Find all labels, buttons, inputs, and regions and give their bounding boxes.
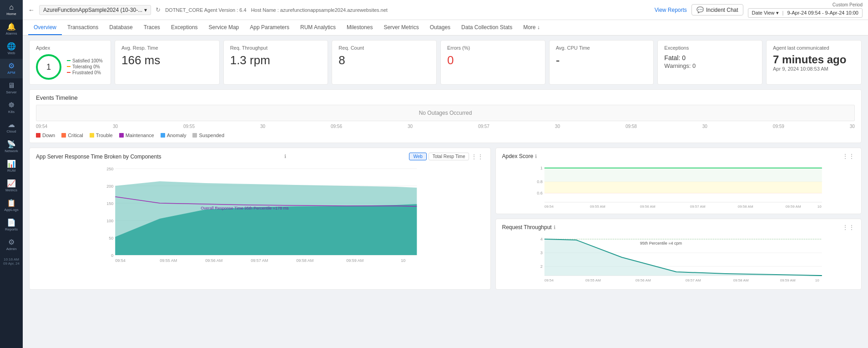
- maintenance-color: [119, 133, 124, 138]
- errors-value: 0: [447, 53, 539, 67]
- tab-service-map[interactable]: Service Map: [203, 20, 245, 35]
- svg-text:09:55 AM: 09:55 AM: [585, 278, 601, 282]
- tab-milestones[interactable]: Milestones: [341, 20, 378, 35]
- rum-icon: 📊: [7, 160, 16, 168]
- apdex-chart-menu[interactable]: ⋮⋮: [842, 153, 855, 160]
- sidebar-item-home[interactable]: ⌂ Home: [0, 0, 23, 20]
- req-count-card: Req. Count 8: [332, 40, 437, 85]
- avg-cpu-card: Avg. CPU Time -: [549, 40, 654, 85]
- sidebar-label-apm: APM: [7, 71, 15, 75]
- svg-text:Overall Response Time 95th Per: Overall Response Time 95th Percentile =1…: [201, 206, 289, 210]
- agent-time-big: 7 minutes ago: [773, 53, 855, 66]
- req-throughput-chart-title: Request Throughput: [502, 224, 552, 230]
- sidebar-item-rum[interactable]: 📊 RUM: [0, 157, 23, 176]
- apdex-circle: 1: [36, 54, 61, 80]
- events-timeline-section: Events Timeline No Outages Occurred 09:5…: [29, 89, 862, 143]
- apdex-legend: Satisfied 100% Tolerating 0% Frustrated …: [67, 58, 103, 76]
- period-range-value: 9-Apr-24 09:54 - 9-Apr-24 10:00: [787, 10, 858, 15]
- svg-text:50: 50: [109, 236, 113, 241]
- tolerating-dot: [67, 66, 71, 67]
- right-charts: Apdex Score ℹ ⋮⋮ 1 0.8 0.6: [495, 148, 862, 290]
- throughput-chart-menu[interactable]: ⋮⋮: [842, 224, 855, 231]
- avg-cpu-title: Avg. CPU Time: [556, 45, 647, 51]
- tab-data-collection[interactable]: Data Collection Stats: [456, 20, 518, 35]
- sidebar-item-cloud[interactable]: ☁ Cloud: [0, 118, 23, 137]
- legend-down: Down: [36, 133, 55, 138]
- sidebar-label-alarms: Alarms: [6, 31, 17, 36]
- critical-color: [61, 133, 66, 138]
- app-name: AzureFunctionAppSample2024 (10-30-...: [43, 7, 142, 13]
- incident-chat-label: Incident Chat: [706, 7, 738, 13]
- tab-rum-analytics[interactable]: RUM Analytics: [295, 20, 341, 35]
- svg-text:09:56 AM: 09:56 AM: [205, 258, 222, 263]
- chart-menu-icon[interactable]: ⋮⋮: [471, 153, 484, 160]
- avg-resp-value: 166 ms: [121, 53, 213, 67]
- tab-server-metrics[interactable]: Server Metrics: [378, 20, 424, 35]
- svg-text:250: 250: [106, 167, 113, 171]
- tab-overview[interactable]: Overview: [28, 20, 62, 35]
- errors-title: Errors (%): [447, 45, 539, 51]
- req-throughput-svg: 4 3 2 95th Percentile =4 cpm 09:54 0: [502, 235, 855, 285]
- legend-trouble: Trouble: [90, 133, 113, 138]
- tab-app-parameters[interactable]: App Parameters: [244, 20, 295, 35]
- exceptions-card: Exceptions Fatal: 0 Warnings: 0: [657, 40, 762, 85]
- app-server-chart-area: 250 200 150 100 50 0: [36, 164, 484, 264]
- sidebar-label-cloud: Cloud: [7, 129, 16, 133]
- tab-database[interactable]: Database: [104, 20, 138, 35]
- sidebar-item-reports[interactable]: 📄 Reports: [0, 215, 23, 235]
- exceptions-title: Exceptions: [664, 45, 756, 51]
- back-button[interactable]: ←: [28, 6, 35, 14]
- view-reports-button[interactable]: View Reports: [655, 7, 687, 13]
- topbar: ← AzureFunctionAppSample2024 (10-30-... …: [23, 0, 868, 20]
- incident-chat-button[interactable]: 💬 Incident Chat: [691, 4, 743, 15]
- errors-card: Errors (%) 0: [440, 40, 545, 85]
- app-server-chart-title: App Server Response Time Broken by Compo…: [36, 154, 161, 160]
- down-color: [36, 133, 40, 138]
- sidebar-item-metrics[interactable]: 📈 Metrics: [0, 176, 23, 196]
- cloud-icon: ☁: [8, 121, 15, 128]
- svg-text:95th Percentile =4 cpm: 95th Percentile =4 cpm: [640, 241, 681, 246]
- agent-version: DOTNET_CORE Agent Version : 6.4: [165, 7, 247, 13]
- sidebar-item-alarms[interactable]: 🔔 Alarms: [0, 20, 23, 39]
- avg-resp-title: Avg. Resp. Time: [121, 45, 213, 51]
- sidebar-item-server[interactable]: 🖥 Server: [0, 78, 23, 98]
- tab-exceptions[interactable]: Exceptions: [166, 20, 203, 35]
- sidebar-item-web[interactable]: 🌐 Web: [0, 39, 23, 59]
- agent-card: Agent last communicated 7 minutes ago Ap…: [766, 40, 862, 85]
- period-range[interactable]: Date View ▾ | 9-Apr-24 09:54 - 9-Apr-24 …: [748, 8, 863, 18]
- home-icon: ⌂: [9, 4, 14, 11]
- refresh-button[interactable]: ↻: [156, 6, 161, 13]
- trouble-color: [90, 133, 94, 138]
- svg-text:09:58 AM: 09:58 AM: [296, 258, 313, 263]
- app-selector[interactable]: AzureFunctionAppSample2024 (10-30-... ▾: [39, 5, 151, 15]
- timeline-bar: No Outages Occurred: [36, 105, 855, 121]
- app-server-svg: 250 200 150 100 50 0: [36, 164, 484, 264]
- req-throughput-title: Req. Throughput: [230, 45, 322, 51]
- sidebar-item-apm[interactable]: ⚙ APM: [0, 59, 23, 78]
- sidebar-item-applogs[interactable]: 📋 AppLogs: [0, 196, 23, 215]
- sidebar-item-admin[interactable]: ⚙ Admin: [0, 235, 23, 255]
- avg-resp-card: Avg. Resp. Time 166 ms: [115, 40, 220, 85]
- apdex-score-svg: 1 0.8 0.6 09:54 09:55 AM 09:56 AM 09:: [502, 164, 855, 209]
- svg-text:0: 0: [111, 253, 113, 258]
- svg-marker-29: [544, 168, 822, 182]
- tab-transactions[interactable]: Transactions: [62, 20, 104, 35]
- req-throughput-card: Req. Throughput 1.3 rpm: [223, 40, 328, 85]
- tab-more[interactable]: More ↓: [518, 20, 545, 35]
- period-selector: Custom Period Date View ▾ | 9-Apr-24 09:…: [748, 2, 863, 18]
- apdex-score-panel: Apdex Score ℹ ⋮⋮ 1 0.8 0.6: [495, 148, 862, 214]
- svg-text:09:55 AM: 09:55 AM: [590, 205, 605, 209]
- sidebar-item-k8s[interactable]: ☸ K8s: [0, 98, 23, 118]
- info-icon: ℹ: [284, 154, 286, 159]
- svg-text:100: 100: [106, 219, 113, 223]
- tab-traces[interactable]: Traces: [138, 20, 166, 35]
- tab-outages[interactable]: Outages: [424, 20, 456, 35]
- web-btn[interactable]: Web: [409, 153, 426, 160]
- sidebar-label-admin: Admin: [6, 247, 17, 251]
- apdex-info-icon: ℹ: [535, 154, 537, 159]
- sidebar-item-network[interactable]: 📡 Network: [0, 137, 23, 157]
- sidebar-time: 10:16 AM 09 Apr, 24: [2, 255, 20, 266]
- total-resp-btn[interactable]: Total Resp Time: [429, 153, 469, 160]
- svg-text:0.8: 0.8: [537, 179, 543, 184]
- reports-icon: 📄: [7, 219, 16, 226]
